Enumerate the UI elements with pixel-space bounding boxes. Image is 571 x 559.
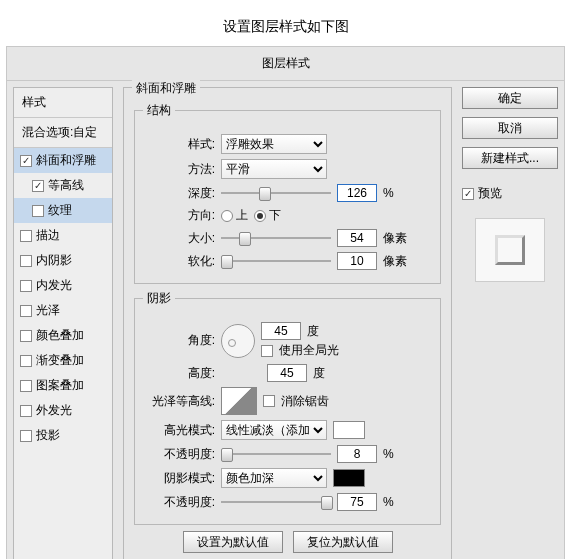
ok-button[interactable]: 确定 [462,87,558,109]
preview-label: 预览 [478,185,502,202]
style-item[interactable]: 颜色叠加 [14,323,112,348]
gloss-contour-label: 光泽等高线: [143,393,215,410]
altitude-label: 高度: [143,365,215,382]
preview-thumbnail [475,218,545,282]
soften-input[interactable] [337,252,377,270]
styles-header[interactable]: 样式 [14,88,112,118]
layer-style-dialog: 图层样式 样式 混合选项:自定 斜面和浮雕等高线纹理描边内阴影内发光光泽颜色叠加… [6,46,565,559]
style-item[interactable]: 图案叠加 [14,373,112,398]
shading-legend: 阴影 [143,290,175,307]
style-checkbox[interactable] [20,405,32,417]
shadow-opacity-slider[interactable] [221,495,331,509]
style-checkbox[interactable] [32,205,44,217]
style-checkbox[interactable] [32,180,44,192]
style-select[interactable]: 浮雕效果 [221,134,327,154]
style-checkbox[interactable] [20,255,32,267]
styles-sidebar: 样式 混合选项:自定 斜面和浮雕等高线纹理描边内阴影内发光光泽颜色叠加渐变叠加图… [13,87,113,559]
style-item-label: 光泽 [36,302,60,319]
style-item-label: 图案叠加 [36,377,84,394]
technique-select[interactable]: 平滑 [221,159,327,179]
main-panel: 斜面和浮雕 结构 样式: 浮雕效果 方法: 平滑 深度: [123,87,452,559]
angle-input[interactable] [261,322,301,340]
highlight-mode-label: 高光模式: [143,422,215,439]
reset-default-button[interactable]: 复位为默认值 [293,531,393,553]
depth-input[interactable] [337,184,377,202]
style-item[interactable]: 等高线 [14,173,112,198]
highlight-color-swatch[interactable] [333,421,365,439]
highlight-opacity-input[interactable] [337,445,377,463]
cancel-button[interactable]: 取消 [462,117,558,139]
style-checkbox[interactable] [20,380,32,392]
shadow-color-swatch[interactable] [333,469,365,487]
depth-unit: % [383,186,394,200]
style-item-label: 渐变叠加 [36,352,84,369]
style-checkbox[interactable] [20,330,32,342]
preview-checkbox[interactable] [462,188,474,200]
group-title-bevel: 斜面和浮雕 [132,80,200,97]
style-item[interactable]: 纹理 [14,198,112,223]
style-item[interactable]: 斜面和浮雕 [14,148,112,173]
depth-label: 深度: [143,185,215,202]
style-item[interactable]: 光泽 [14,298,112,323]
highlight-opacity-label: 不透明度: [143,446,215,463]
shadow-mode-select[interactable]: 颜色加深 [221,468,327,488]
style-checkbox[interactable] [20,355,32,367]
highlight-mode-select[interactable]: 线性减淡（添加） [221,420,327,440]
style-item-label: 外发光 [36,402,72,419]
style-item-label: 内阴影 [36,252,72,269]
antialias-checkbox[interactable] [263,395,275,407]
depth-slider[interactable] [221,186,331,200]
shadow-opacity-unit: % [383,495,394,509]
structure-group: 结构 样式: 浮雕效果 方法: 平滑 深度: % [134,102,441,284]
technique-label: 方法: [143,161,215,178]
gloss-contour-picker[interactable] [221,387,257,415]
soften-slider[interactable] [221,254,331,268]
style-item-label: 描边 [36,227,60,244]
dialog-title: 图层样式 [7,47,564,81]
angle-dial[interactable] [221,324,255,358]
global-light-label: 使用全局光 [279,342,339,359]
angle-unit: 度 [307,323,319,340]
new-style-button[interactable]: 新建样式... [462,147,558,169]
style-item[interactable]: 内阴影 [14,248,112,273]
style-item-label: 斜面和浮雕 [36,152,96,169]
shadow-opacity-label: 不透明度: [143,494,215,511]
style-checkbox[interactable] [20,430,32,442]
style-checkbox[interactable] [20,155,32,167]
style-item[interactable]: 投影 [14,423,112,448]
soften-unit: 像素 [383,253,407,270]
angle-label: 角度: [143,332,215,349]
soften-label: 软化: [143,253,215,270]
style-item[interactable]: 渐变叠加 [14,348,112,373]
size-input[interactable] [337,229,377,247]
shadow-mode-label: 阴影模式: [143,470,215,487]
highlight-opacity-unit: % [383,447,394,461]
style-item-label: 颜色叠加 [36,327,84,344]
style-item[interactable]: 描边 [14,223,112,248]
style-checkbox[interactable] [20,280,32,292]
page-title: 设置图层样式如下图 [0,0,571,46]
style-item[interactable]: 内发光 [14,273,112,298]
make-default-button[interactable]: 设置为默认值 [183,531,283,553]
style-checkbox[interactable] [20,230,32,242]
blending-options[interactable]: 混合选项:自定 [14,118,112,148]
altitude-input[interactable] [267,364,307,382]
size-slider[interactable] [221,231,331,245]
direction-down-radio[interactable]: 下 [254,207,281,224]
shading-group: 阴影 角度: 度 使用全局光 [134,290,441,525]
style-item-label: 纹理 [48,202,72,219]
style-item-label: 等高线 [48,177,84,194]
direction-label: 方向: [143,207,215,224]
highlight-opacity-slider[interactable] [221,447,331,461]
style-checkbox[interactable] [20,305,32,317]
shadow-opacity-input[interactable] [337,493,377,511]
altitude-unit: 度 [313,365,325,382]
global-light-checkbox[interactable] [261,345,273,357]
style-item-label: 投影 [36,427,60,444]
structure-legend: 结构 [143,102,175,119]
direction-up-radio[interactable]: 上 [221,207,248,224]
style-item[interactable]: 外发光 [14,398,112,423]
right-panel: 确定 取消 新建样式... 预览 [462,87,558,559]
style-item-label: 内发光 [36,277,72,294]
size-unit: 像素 [383,230,407,247]
